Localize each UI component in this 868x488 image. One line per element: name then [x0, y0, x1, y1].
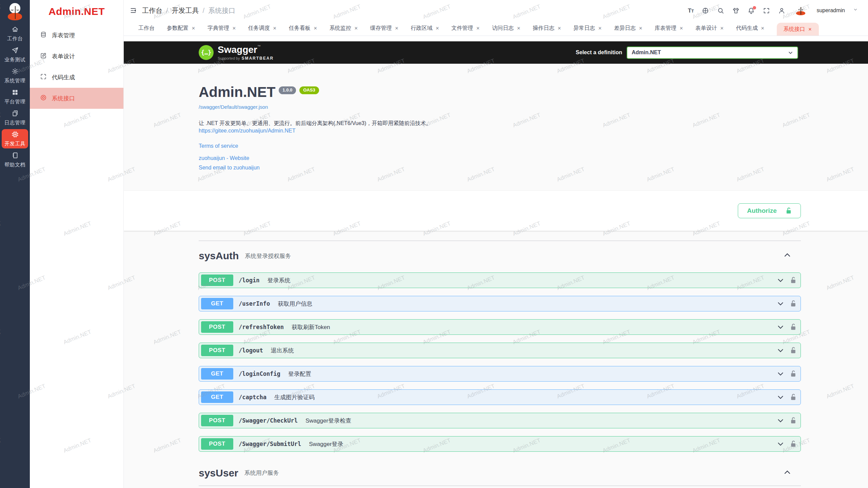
tab[interactable]: 代码生成 ✕	[736, 21, 765, 36]
close-tab-icon[interactable]: ✕	[639, 26, 643, 30]
lock-icon[interactable]	[790, 417, 796, 424]
breadcrumb-item[interactable]: 系统接口	[208, 6, 235, 15]
tab[interactable]: 操作日志 ✕	[533, 21, 561, 36]
rail-item[interactable]: 帮助文档	[2, 150, 28, 169]
main-column: 工作台/开发工具/系统接口 TTsuperadmin 工作台 参数配置 ✕ 字典…	[124, 0, 868, 488]
rail-item[interactable]: 开发工具	[2, 129, 28, 148]
tab[interactable]: 差异日志 ✕	[614, 21, 643, 36]
language-icon[interactable]	[702, 7, 709, 14]
expand-endpoint-icon[interactable]	[777, 300, 784, 307]
tab[interactable]: 任务调度 ✕	[248, 21, 277, 36]
tab[interactable]: 任务看板 ✕	[289, 21, 317, 36]
close-tab-icon[interactable]: ✕	[435, 26, 439, 30]
section-header[interactable]: sysUser 系统用户服务	[199, 466, 801, 486]
tab[interactable]: 行政区域 ✕	[411, 21, 439, 36]
endpoint-path: /logout	[239, 347, 263, 354]
expand-endpoint-icon[interactable]	[777, 277, 784, 284]
tab[interactable]: 字典管理 ✕	[208, 21, 236, 36]
fullscreen-icon[interactable]	[763, 7, 770, 14]
lock-icon[interactable]	[790, 323, 796, 331]
close-tab-icon[interactable]: ✕	[476, 26, 480, 30]
lock-icon[interactable]	[790, 440, 796, 448]
expand-endpoint-icon[interactable]	[777, 370, 784, 378]
tab[interactable]: 文件管理 ✕	[451, 21, 480, 36]
website-link[interactable]: zuohuaijun - Website	[199, 154, 801, 162]
rail-item[interactable]: 工作台	[2, 24, 28, 43]
endpoint-row[interactable]: POST /Swagger/CheckUrl Swagger登录检查	[199, 413, 801, 428]
tab[interactable]: 参数配置 ✕	[167, 21, 195, 36]
endpoint-row[interactable]: POST /refreshToken 获取刷新Token	[199, 319, 801, 335]
rail-item[interactable]: 系统管理	[2, 66, 28, 85]
close-tab-icon[interactable]: ✕	[232, 26, 236, 30]
close-tab-icon[interactable]: ✕	[354, 26, 358, 30]
theme-icon[interactable]	[732, 7, 739, 14]
close-tab-icon[interactable]: ✕	[761, 26, 765, 30]
tab[interactable]: 缓存管理 ✕	[370, 21, 399, 36]
terms-link[interactable]: Terms of service	[199, 142, 801, 150]
expand-endpoint-icon[interactable]	[777, 393, 784, 401]
username[interactable]: superadmin	[816, 7, 845, 14]
sidebar-item[interactable]: 系统接口	[30, 88, 123, 109]
breadcrumb-item[interactable]: 工作台	[142, 6, 162, 15]
lock-icon[interactable]	[790, 370, 796, 378]
endpoint-row[interactable]: GET /loginConfig 登录配置	[199, 366, 801, 382]
sidebar-logo: Admin.NET	[30, 6, 123, 17]
bell-icon[interactable]	[748, 7, 755, 14]
close-tab-icon[interactable]: ✕	[395, 26, 399, 30]
expand-endpoint-icon[interactable]	[777, 417, 784, 424]
secondary-sidebar: Admin.NET 库表管理 表单设计 代码生成 系统接口	[30, 0, 124, 488]
tab[interactable]: 系统监控 ✕	[330, 21, 358, 36]
user-avatar[interactable]	[795, 5, 806, 16]
section-header[interactable]: sysAuth 系统登录授权服务	[199, 248, 801, 264]
spec-url-link[interactable]: /swagger/Default/swagger.json	[199, 104, 801, 110]
lock-icon[interactable]	[790, 300, 796, 307]
sidebar-item[interactable]: 库表管理	[30, 25, 123, 46]
collapse-section-icon[interactable]	[783, 468, 791, 478]
repo-link[interactable]: https://gitee.com/zuohuaijun/Admin.NET	[199, 128, 295, 134]
authorize-button[interactable]: Authorize	[738, 203, 801, 218]
collapse-section-icon[interactable]	[783, 251, 791, 261]
chevron-down-icon	[788, 50, 793, 55]
close-tab-icon[interactable]: ✕	[679, 26, 683, 30]
expand-endpoint-icon[interactable]	[777, 440, 784, 448]
close-tab-icon[interactable]: ✕	[557, 26, 561, 30]
tab[interactable]: 访问日志 ✕	[492, 21, 520, 36]
tab[interactable]: 工作台	[138, 21, 155, 36]
expand-endpoint-icon[interactable]	[777, 347, 784, 354]
tab[interactable]: 异常日志 ✕	[573, 21, 602, 36]
endpoint-row[interactable]: POST /logout 退出系统	[199, 343, 801, 358]
sidebar-item[interactable]: 表单设计	[30, 46, 123, 67]
close-tab-icon[interactable]: ✕	[517, 26, 520, 30]
expand-endpoint-icon[interactable]	[777, 323, 784, 331]
close-tab-icon[interactable]: ✕	[720, 26, 724, 30]
rail-item[interactable]: 平台管理	[2, 87, 28, 106]
email-link[interactable]: Send email to zuohuaijun	[199, 164, 801, 171]
method-badge: POST	[201, 321, 233, 333]
close-tab-icon[interactable]: ✕	[598, 26, 602, 30]
close-tab-icon[interactable]: ✕	[273, 26, 277, 30]
definition-select[interactable]: Admin.NET	[627, 46, 798, 59]
lock-icon[interactable]	[790, 347, 796, 354]
header-actions: TTsuperadmin	[688, 5, 860, 16]
breadcrumb-item[interactable]: 开发工具	[172, 6, 199, 15]
sidebar-item[interactable]: 代码生成	[30, 67, 123, 88]
collapse-menu-icon[interactable]	[130, 7, 137, 14]
tab[interactable]: 库表管理 ✕	[655, 21, 683, 36]
endpoint-row[interactable]: POST /Swagger/SubmitUrl Swagger登录	[199, 436, 801, 452]
user-icon[interactable]	[778, 7, 785, 14]
close-tab-icon[interactable]: ✕	[808, 27, 812, 32]
endpoint-row[interactable]: GET /captcha 生成图片验证码	[199, 389, 801, 405]
tab[interactable]: 表单设计 ✕	[695, 21, 724, 36]
tab[interactable]: 系统接口 ✕	[777, 23, 819, 36]
rail-item[interactable]: 业务测试	[2, 45, 28, 64]
endpoint-row[interactable]: GET /userInfo 获取用户信息	[199, 296, 801, 311]
endpoint-row[interactable]: POST /login 登录系统	[199, 272, 801, 288]
font-size-icon[interactable]: TT	[688, 7, 694, 14]
close-tab-icon[interactable]: ✕	[314, 26, 317, 30]
lock-icon[interactable]	[790, 393, 796, 401]
user-menu-chevron-icon[interactable]	[853, 7, 860, 14]
rail-item[interactable]: 日志管理	[2, 108, 28, 127]
close-tab-icon[interactable]: ✕	[192, 26, 195, 30]
lock-icon[interactable]	[790, 277, 796, 284]
search-icon[interactable]	[717, 7, 724, 14]
